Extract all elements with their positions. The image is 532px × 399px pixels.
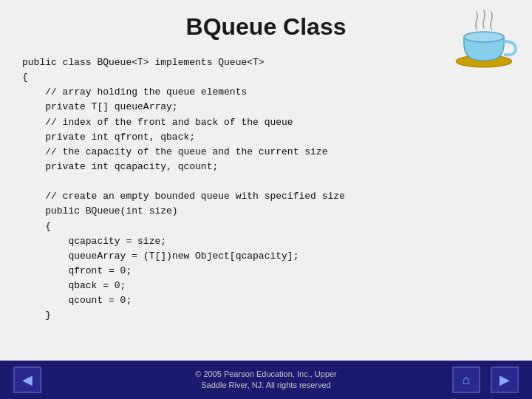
slide-title: BQueue Class: [186, 13, 347, 40]
home-icon: ⌂: [463, 372, 471, 388]
prev-button[interactable]: ◀: [13, 366, 41, 393]
footer-line2: Saddle River, NJ. All rights reserved: [201, 381, 330, 389]
code-block: public class BQueue<T> implements Queue<…: [22, 55, 510, 324]
home-button[interactable]: ⌂: [452, 366, 480, 393]
footer-text: © 2005 Pearson Education, Inc., Upper Sa…: [195, 369, 337, 392]
svg-point-1: [464, 32, 504, 42]
footer-line1: © 2005 Pearson Education, Inc., Upper: [195, 369, 337, 378]
slide: BQueue Class public class BQueue<T> impl…: [0, 0, 532, 399]
next-button[interactable]: ▶: [491, 366, 519, 393]
footer-bar: ◀ © 2005 Pearson Education, Inc., Upper …: [0, 361, 532, 399]
content-area: public class BQueue<T> implements Queue<…: [0, 48, 532, 361]
next-icon: ▶: [499, 372, 510, 388]
prev-icon: ◀: [22, 372, 33, 388]
